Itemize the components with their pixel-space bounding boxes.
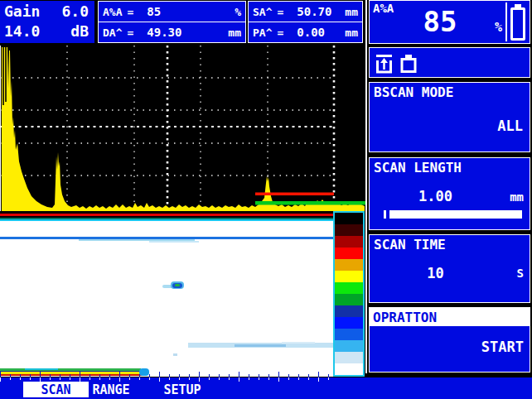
value-box-unit: % xyxy=(495,20,502,35)
gain-value: 6.0 xyxy=(61,3,89,20)
colorbar-block xyxy=(335,329,363,340)
gain-display[interactable]: Gain 6.0 14.0 dB xyxy=(0,1,94,43)
readout-sa: SA^ = 50.70 mm xyxy=(249,2,362,22)
flaw-detector-screen: Gain 6.0 14.0 dB A%A = 85 % DA^ = 49.30 … xyxy=(0,0,532,399)
battery-icon xyxy=(510,7,525,41)
measurement-value-box: A%A 85 % xyxy=(369,0,530,44)
scan-length-unit: mm xyxy=(510,190,524,204)
container-icon xyxy=(399,53,419,75)
bscan-mode-label: BSCAN MODE xyxy=(374,84,453,100)
readout-apa: A%A = 85 % xyxy=(99,2,245,22)
scan-ruler-ticks-lower xyxy=(0,377,334,382)
menu-item-opratton[interactable]: OPRATTON START xyxy=(369,307,530,373)
panel-divider-line xyxy=(365,0,367,373)
colorbar-block xyxy=(335,236,363,248)
scan-length-value: 1.00 xyxy=(370,188,501,204)
bscan-mode-value: ALL xyxy=(497,118,523,134)
opratton-header[interactable]: OPRATTON xyxy=(370,308,530,326)
ascan-gates xyxy=(255,193,365,205)
colorbar-block xyxy=(335,352,363,363)
bscan-feature xyxy=(235,344,286,347)
gain-value2: 14.0 xyxy=(4,23,40,40)
menu-item-scan-length[interactable]: SCAN LENGTH 1.00 mm xyxy=(369,157,530,230)
colorbar-block xyxy=(335,213,363,224)
scan-time-label: SCAN TIME xyxy=(374,237,446,252)
colorbar-block xyxy=(335,259,363,271)
readout-box-left: A%A = 85 % DA^ = 49.30 mm xyxy=(98,1,246,43)
menu-item-bscan-mode[interactable]: BSCAN MODE ALL xyxy=(369,82,530,152)
scan-time-value: 10 xyxy=(370,265,501,281)
colorbar-block xyxy=(335,282,363,294)
bscan-feature xyxy=(0,219,333,222)
colorbar-block xyxy=(335,340,363,352)
ascan-display xyxy=(0,46,365,211)
colorbar-block xyxy=(335,317,363,329)
scan-progress-bar xyxy=(389,210,522,219)
readout-box-right: SA^ = 50.70 mm PA^ = 0.00 mm xyxy=(248,1,363,43)
bscan-feature xyxy=(282,342,315,344)
gain-unit: dB xyxy=(70,23,89,40)
value-box-label: A%A xyxy=(373,2,394,15)
readout-da: DA^ = 49.30 mm xyxy=(99,22,245,42)
gain-label: Gain xyxy=(4,3,40,20)
value-box-value: 85 xyxy=(394,5,486,38)
scan-length-label: SCAN LENGTH xyxy=(374,160,462,175)
bscan-feature xyxy=(175,284,180,286)
colorbar-block xyxy=(335,363,363,375)
scan-progress-tick xyxy=(384,210,386,219)
menu-item-scan-time[interactable]: SCAN TIME 10 S xyxy=(369,234,530,303)
scan-time-unit: S xyxy=(517,267,524,280)
gate-a xyxy=(255,193,334,196)
bscan-feature xyxy=(149,241,199,243)
ascan-waveform xyxy=(2,47,365,211)
readout-pa: PA^ = 0.00 mm xyxy=(249,22,362,42)
opratton-label: OPRATTON xyxy=(373,310,437,325)
colorbar-block xyxy=(335,294,363,305)
bscan-display xyxy=(0,211,333,377)
bscan-feature xyxy=(173,353,177,356)
scan-ruler-ticks-upper xyxy=(0,372,334,377)
gate-b xyxy=(255,201,365,205)
colorbar-block xyxy=(335,305,363,317)
tab-scan[interactable]: SCAN xyxy=(23,382,89,397)
amplitude-colorbar xyxy=(333,211,365,377)
value-box-divider xyxy=(505,2,507,41)
unload-box-icon xyxy=(375,53,395,75)
colorbar-block xyxy=(335,248,363,259)
colorbar-block xyxy=(335,271,363,282)
tab-range[interactable]: RANGE xyxy=(89,382,133,397)
opratton-value: START xyxy=(481,339,524,355)
colorbar-block xyxy=(335,224,363,236)
status-icon-box xyxy=(369,47,530,78)
tab-setup[interactable]: SETUP xyxy=(161,382,204,397)
ascan-grid xyxy=(0,46,335,211)
